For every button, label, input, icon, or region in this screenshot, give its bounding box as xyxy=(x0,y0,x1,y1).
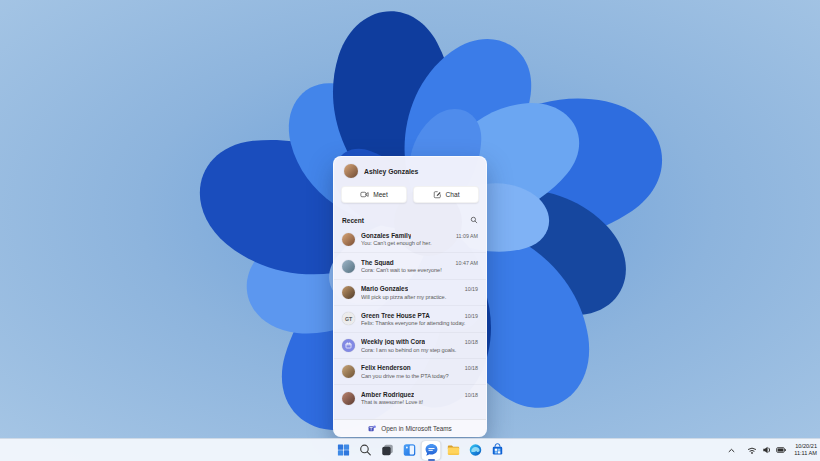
conversation-text: Green Tree House PTA10/19Felix: Thanks e… xyxy=(361,312,478,327)
video-camera-icon xyxy=(360,190,369,199)
conversation-text: Amber Rodriguez10/18That is awesome! Lov… xyxy=(361,391,478,406)
conversation-timestamp: 10/18 xyxy=(465,339,478,345)
taskbar-icons xyxy=(334,439,507,461)
conversation-row[interactable]: Felix Henderson10/18Can you drive me to … xyxy=(334,358,486,384)
person-photo-avatar xyxy=(342,392,355,405)
windows-start-icon xyxy=(336,443,350,457)
chevron-up-icon[interactable] xyxy=(726,445,737,456)
conversation-text: Gonzales Family11:09 AMYou: Can't get en… xyxy=(361,232,478,247)
conversation-text: Mario Gonzales10/19Will pick up pizza af… xyxy=(361,285,478,300)
group-photo-avatar xyxy=(342,260,355,273)
conversation-text: The Squad10:47 AMCora: Can't wait to see… xyxy=(361,259,478,274)
family-photo-avatar xyxy=(342,233,355,246)
conversation-text: Weekly jog with Cora10/18Cora: I am so b… xyxy=(361,338,478,353)
conversation-preview: Felix: Thanks everyone for attending tod… xyxy=(361,320,478,326)
teams-logo-icon xyxy=(368,424,377,433)
conversation-name: The Squad xyxy=(361,259,394,266)
taskbar: 10/20/21 11:11 AM xyxy=(0,438,820,461)
conversation-name: Gonzales Family xyxy=(361,232,411,239)
conversation-preview: Cora: Can't wait to see everyone! xyxy=(361,267,478,273)
search-icon[interactable] xyxy=(470,216,478,224)
avatar-initials: GT xyxy=(345,316,352,322)
edge-browser-icon xyxy=(468,443,482,457)
conversation-name: Mario Gonzales xyxy=(361,285,408,292)
taskbar-item-search[interactable] xyxy=(356,441,375,460)
compose-icon xyxy=(433,190,442,199)
conversation-name: Amber Rodriguez xyxy=(361,391,414,398)
conversation-row[interactable]: GTGreen Tree House PTA10/19Felix: Thanks… xyxy=(334,305,486,331)
taskbar-item-task-view[interactable] xyxy=(378,441,397,460)
search-icon xyxy=(358,443,372,457)
taskbar-item-chat[interactable] xyxy=(422,441,441,460)
conversation-name: Weekly jog with Cora xyxy=(361,338,425,345)
conversation-row[interactable]: Amber Rodriguez10/18That is awesome! Lov… xyxy=(334,384,486,410)
meet-button[interactable]: Meet xyxy=(341,186,407,203)
user-avatar[interactable] xyxy=(344,164,358,178)
taskbar-item-widgets[interactable] xyxy=(400,441,419,460)
taskbar-time: 11:11 AM xyxy=(794,450,817,457)
meet-button-label: Meet xyxy=(373,191,388,198)
volume-icon[interactable] xyxy=(761,445,772,456)
chat-button[interactable]: Chat xyxy=(413,186,479,203)
taskbar-item-edge[interactable] xyxy=(466,441,485,460)
file-explorer-icon xyxy=(446,443,460,457)
conversation-timestamp: 10/19 xyxy=(465,313,478,319)
taskbar-clock[interactable]: 10/20/21 11:11 AM xyxy=(794,443,817,456)
system-tray: 10/20/21 11:11 AM xyxy=(726,439,817,461)
conversation-timestamp: 10/18 xyxy=(465,392,478,398)
conversation-name: Green Tree House PTA xyxy=(361,312,430,319)
flyout-header: Ashley Gonzales xyxy=(334,157,486,182)
task-view-icon xyxy=(380,443,394,457)
calendar-avatar xyxy=(342,339,355,352)
teams-chat-icon xyxy=(424,443,438,457)
wifi-icon[interactable] xyxy=(746,445,757,456)
conversation-preview: Can you drive me to the PTA today? xyxy=(361,373,478,379)
person-photo-avatar xyxy=(342,286,355,299)
conversation-row[interactable]: Weekly jog with Cora10/18Cora: I am so b… xyxy=(334,332,486,358)
conversation-timestamp: 10:47 AM xyxy=(456,260,478,266)
microsoft-store-icon xyxy=(490,443,504,457)
chat-button-label: Chat xyxy=(446,191,460,198)
conversation-preview: Cora: I am so behind on my step goals. xyxy=(361,347,478,353)
conversation-preview: You: Can't get enough of her. xyxy=(361,240,478,246)
flyout-actions: Meet Chat xyxy=(334,182,486,210)
conversation-name: Felix Henderson xyxy=(361,364,411,371)
open-in-teams-button[interactable]: Open in Microsoft Teams xyxy=(334,419,486,436)
conversation-list: Gonzales Family11:09 AMYou: Can't get en… xyxy=(334,226,486,419)
widgets-icon xyxy=(402,443,416,457)
recent-header: Recent xyxy=(334,210,486,226)
conversation-row[interactable]: Gonzales Family11:09 AMYou: Can't get en… xyxy=(334,226,486,252)
conversation-row[interactable]: Mario Gonzales10/19Will pick up pizza af… xyxy=(334,279,486,305)
conversation-preview: That is awesome! Love it! xyxy=(361,399,478,405)
conversation-row[interactable]: The Squad10:47 AMCora: Can't wait to see… xyxy=(334,252,486,278)
conversation-timestamp: 10/19 xyxy=(465,286,478,292)
open-in-teams-label: Open in Microsoft Teams xyxy=(381,425,452,432)
taskbar-item-file-explorer[interactable] xyxy=(444,441,463,460)
conversation-timestamp: 11:09 AM xyxy=(456,233,478,239)
taskbar-item-start[interactable] xyxy=(334,441,353,460)
conversation-preview: Will pick up pizza after my practice. xyxy=(361,294,478,300)
recent-label: Recent xyxy=(342,217,364,224)
person-photo-avatar xyxy=(342,365,355,378)
user-name: Ashley Gonzales xyxy=(364,168,418,175)
conversation-timestamp: 10/18 xyxy=(465,365,478,371)
initials-avatar: GT xyxy=(342,312,355,325)
battery-icon[interactable] xyxy=(776,445,787,456)
calendar-icon xyxy=(345,342,352,349)
conversation-text: Felix Henderson10/18Can you drive me to … xyxy=(361,364,478,379)
desktop: Ashley Gonzales Meet Chat Recent xyxy=(0,0,820,461)
teams-chat-flyout: Ashley Gonzales Meet Chat Recent xyxy=(333,156,487,437)
taskbar-date: 10/20/21 xyxy=(794,443,817,450)
taskbar-item-store[interactable] xyxy=(488,441,507,460)
